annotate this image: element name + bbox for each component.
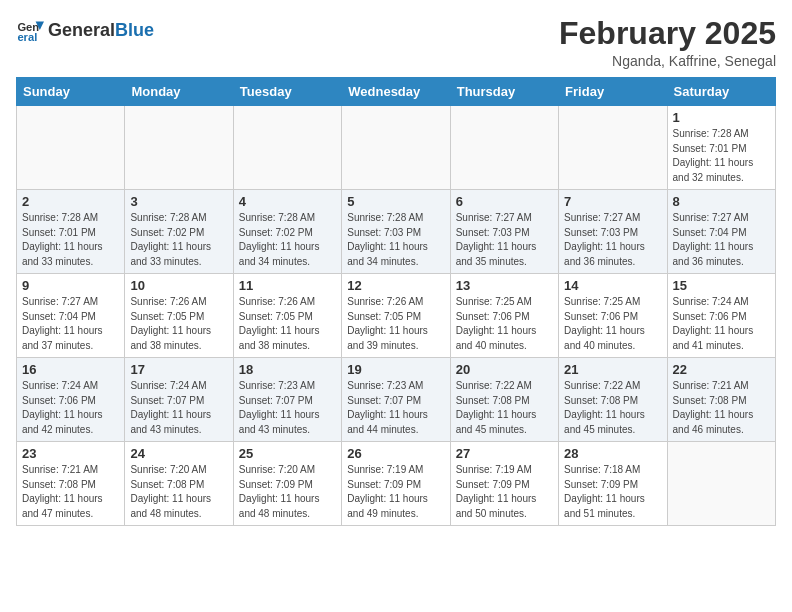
calendar-day-cell [17,106,125,190]
calendar-day-cell: 10Sunrise: 7:26 AMSunset: 7:05 PMDayligh… [125,274,233,358]
day-info: Sunrise: 7:28 AMSunset: 7:02 PMDaylight:… [239,211,336,269]
day-number: 4 [239,194,336,209]
calendar-day-cell: 7Sunrise: 7:27 AMSunset: 7:03 PMDaylight… [559,190,667,274]
calendar-day-cell: 22Sunrise: 7:21 AMSunset: 7:08 PMDayligh… [667,358,775,442]
day-number: 10 [130,278,227,293]
weekday-header: Tuesday [233,78,341,106]
day-number: 24 [130,446,227,461]
day-number: 22 [673,362,770,377]
day-info: Sunrise: 7:25 AMSunset: 7:06 PMDaylight:… [564,295,661,353]
calendar-day-cell: 12Sunrise: 7:26 AMSunset: 7:05 PMDayligh… [342,274,450,358]
day-number: 1 [673,110,770,125]
day-number: 20 [456,362,553,377]
calendar-day-cell: 9Sunrise: 7:27 AMSunset: 7:04 PMDaylight… [17,274,125,358]
calendar-day-cell: 1Sunrise: 7:28 AMSunset: 7:01 PMDaylight… [667,106,775,190]
day-number: 25 [239,446,336,461]
day-number: 12 [347,278,444,293]
calendar-day-cell: 14Sunrise: 7:25 AMSunset: 7:06 PMDayligh… [559,274,667,358]
day-info: Sunrise: 7:28 AMSunset: 7:01 PMDaylight:… [673,127,770,185]
day-number: 9 [22,278,119,293]
calendar-day-cell: 26Sunrise: 7:19 AMSunset: 7:09 PMDayligh… [342,442,450,526]
logo-blue: Blue [115,20,154,41]
day-number: 7 [564,194,661,209]
day-info: Sunrise: 7:19 AMSunset: 7:09 PMDaylight:… [456,463,553,521]
calendar-day-cell: 21Sunrise: 7:22 AMSunset: 7:08 PMDayligh… [559,358,667,442]
calendar-table: SundayMondayTuesdayWednesdayThursdayFrid… [16,77,776,526]
day-info: Sunrise: 7:23 AMSunset: 7:07 PMDaylight:… [239,379,336,437]
weekday-header: Thursday [450,78,558,106]
calendar-day-cell [450,106,558,190]
calendar-day-cell: 6Sunrise: 7:27 AMSunset: 7:03 PMDaylight… [450,190,558,274]
day-number: 26 [347,446,444,461]
calendar-day-cell: 16Sunrise: 7:24 AMSunset: 7:06 PMDayligh… [17,358,125,442]
calendar-day-cell: 27Sunrise: 7:19 AMSunset: 7:09 PMDayligh… [450,442,558,526]
day-number: 13 [456,278,553,293]
weekday-header: Sunday [17,78,125,106]
calendar-day-cell [342,106,450,190]
day-info: Sunrise: 7:28 AMSunset: 7:02 PMDaylight:… [130,211,227,269]
logo: Gen eral GeneralBlue [16,16,154,44]
day-info: Sunrise: 7:24 AMSunset: 7:06 PMDaylight:… [673,295,770,353]
calendar-day-cell: 8Sunrise: 7:27 AMSunset: 7:04 PMDaylight… [667,190,775,274]
location: Nganda, Kaffrine, Senegal [559,53,776,69]
day-info: Sunrise: 7:24 AMSunset: 7:07 PMDaylight:… [130,379,227,437]
day-info: Sunrise: 7:26 AMSunset: 7:05 PMDaylight:… [130,295,227,353]
calendar-week-row: 9Sunrise: 7:27 AMSunset: 7:04 PMDaylight… [17,274,776,358]
calendar-week-row: 23Sunrise: 7:21 AMSunset: 7:08 PMDayligh… [17,442,776,526]
day-info: Sunrise: 7:25 AMSunset: 7:06 PMDaylight:… [456,295,553,353]
calendar-day-cell: 28Sunrise: 7:18 AMSunset: 7:09 PMDayligh… [559,442,667,526]
calendar-day-cell: 18Sunrise: 7:23 AMSunset: 7:07 PMDayligh… [233,358,341,442]
weekday-header: Saturday [667,78,775,106]
calendar-day-cell: 11Sunrise: 7:26 AMSunset: 7:05 PMDayligh… [233,274,341,358]
day-number: 18 [239,362,336,377]
title-area: February 2025 Nganda, Kaffrine, Senegal [559,16,776,69]
weekday-header: Wednesday [342,78,450,106]
day-info: Sunrise: 7:22 AMSunset: 7:08 PMDaylight:… [564,379,661,437]
calendar-day-cell: 19Sunrise: 7:23 AMSunset: 7:07 PMDayligh… [342,358,450,442]
day-info: Sunrise: 7:20 AMSunset: 7:09 PMDaylight:… [239,463,336,521]
calendar-day-cell [559,106,667,190]
day-number: 8 [673,194,770,209]
day-info: Sunrise: 7:26 AMSunset: 7:05 PMDaylight:… [239,295,336,353]
calendar-header-row: SundayMondayTuesdayWednesdayThursdayFrid… [17,78,776,106]
day-info: Sunrise: 7:19 AMSunset: 7:09 PMDaylight:… [347,463,444,521]
day-number: 14 [564,278,661,293]
calendar-day-cell: 25Sunrise: 7:20 AMSunset: 7:09 PMDayligh… [233,442,341,526]
calendar-day-cell [667,442,775,526]
calendar-day-cell: 3Sunrise: 7:28 AMSunset: 7:02 PMDaylight… [125,190,233,274]
day-info: Sunrise: 7:21 AMSunset: 7:08 PMDaylight:… [22,463,119,521]
logo-icon: Gen eral [16,16,44,44]
svg-text:eral: eral [17,31,37,43]
day-info: Sunrise: 7:24 AMSunset: 7:06 PMDaylight:… [22,379,119,437]
day-info: Sunrise: 7:20 AMSunset: 7:08 PMDaylight:… [130,463,227,521]
calendar-day-cell: 5Sunrise: 7:28 AMSunset: 7:03 PMDaylight… [342,190,450,274]
day-number: 2 [22,194,119,209]
day-number: 5 [347,194,444,209]
day-number: 17 [130,362,227,377]
calendar-week-row: 1Sunrise: 7:28 AMSunset: 7:01 PMDaylight… [17,106,776,190]
calendar-week-row: 16Sunrise: 7:24 AMSunset: 7:06 PMDayligh… [17,358,776,442]
day-number: 23 [22,446,119,461]
day-number: 19 [347,362,444,377]
day-info: Sunrise: 7:27 AMSunset: 7:03 PMDaylight:… [456,211,553,269]
day-number: 6 [456,194,553,209]
calendar-day-cell [233,106,341,190]
weekday-header: Monday [125,78,233,106]
calendar-day-cell: 24Sunrise: 7:20 AMSunset: 7:08 PMDayligh… [125,442,233,526]
day-info: Sunrise: 7:26 AMSunset: 7:05 PMDaylight:… [347,295,444,353]
calendar-day-cell [125,106,233,190]
weekday-header: Friday [559,78,667,106]
calendar-day-cell: 15Sunrise: 7:24 AMSunset: 7:06 PMDayligh… [667,274,775,358]
month-title: February 2025 [559,16,776,51]
day-number: 27 [456,446,553,461]
calendar-week-row: 2Sunrise: 7:28 AMSunset: 7:01 PMDaylight… [17,190,776,274]
day-info: Sunrise: 7:27 AMSunset: 7:03 PMDaylight:… [564,211,661,269]
calendar-day-cell: 4Sunrise: 7:28 AMSunset: 7:02 PMDaylight… [233,190,341,274]
day-info: Sunrise: 7:27 AMSunset: 7:04 PMDaylight:… [673,211,770,269]
day-info: Sunrise: 7:28 AMSunset: 7:01 PMDaylight:… [22,211,119,269]
page-header: Gen eral GeneralBlue February 2025 Ngand… [16,16,776,69]
day-number: 28 [564,446,661,461]
calendar-day-cell: 2Sunrise: 7:28 AMSunset: 7:01 PMDaylight… [17,190,125,274]
day-info: Sunrise: 7:27 AMSunset: 7:04 PMDaylight:… [22,295,119,353]
day-info: Sunrise: 7:23 AMSunset: 7:07 PMDaylight:… [347,379,444,437]
